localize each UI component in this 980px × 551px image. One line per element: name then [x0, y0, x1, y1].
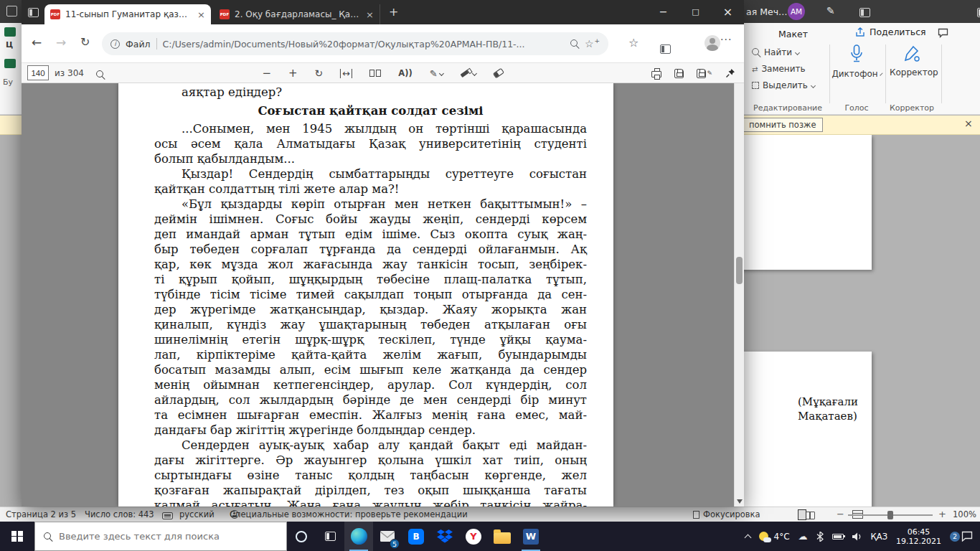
draw-icon[interactable]: ✎ — [430, 68, 443, 79]
replace-button[interactable]: ⇄Заменить — [752, 64, 806, 74]
page-view-icon[interactable] — [369, 70, 381, 77]
comments-icon[interactable] — [938, 28, 948, 38]
editor-button[interactable]: Корректор — [890, 44, 934, 77]
taskbar-vk[interactable]: В — [402, 522, 430, 551]
erase-icon[interactable] — [493, 68, 504, 79]
message-bar-close-icon[interactable]: × — [964, 118, 973, 129]
taskbar-word[interactable]: W — [517, 522, 545, 551]
pdf-paragraph: «Бұл қыздарды көріп отырған мен неткен б… — [154, 197, 587, 438]
address-bar[interactable]: Файл C:/Users/admin/Documents/Новый%20фо… — [102, 32, 608, 55]
taskbar-mail[interactable]: 5 — [373, 522, 402, 551]
avatar[interactable]: АМ — [788, 3, 805, 20]
ribbon-left-icon[interactable] — [4, 27, 16, 37]
status-accessibility[interactable]: Специальные возможности: проверьте реком… — [230, 509, 468, 519]
status-language[interactable]: русский — [179, 509, 215, 519]
address-url: C:/Users/admin/Documents/Новый%20формат/… — [163, 39, 565, 50]
zoom-slider-thumb[interactable] — [887, 511, 893, 519]
back-button[interactable]: ← — [32, 35, 42, 50]
tab-close-icon[interactable]: × — [197, 9, 205, 20]
speaker-icon[interactable] — [852, 532, 862, 541]
print-icon[interactable] — [651, 71, 661, 77]
minimize-button[interactable]: − — [647, 0, 679, 23]
remind-later-button[interactable]: помнить позже — [742, 118, 823, 132]
chevron-down-icon — [880, 72, 882, 75]
find-in-pdf-icon[interactable] — [96, 70, 105, 79]
tab-layout[interactable]: Макет — [778, 29, 808, 39]
mail-badge: 5 — [390, 539, 400, 549]
fit-width-icon[interactable]: ↔ — [340, 69, 352, 78]
highlight-icon[interactable] — [461, 72, 476, 75]
ribbon-left-icon2[interactable] — [4, 59, 16, 68]
hidden-icons-button[interactable] — [744, 534, 751, 541]
weather-icon — [759, 532, 768, 541]
maximize-button[interactable]: □ — [679, 0, 712, 23]
start-button[interactable] — [0, 522, 34, 551]
pdf-scrollbar[interactable] — [734, 83, 744, 507]
keyboard-icon[interactable] — [162, 512, 173, 519]
save-icon[interactable] — [674, 69, 684, 78]
zoom-in-icon[interactable]: + — [288, 67, 298, 80]
tab-inactive[interactable]: PDF 2. Оқу бағдарламасы_ Қазақ тіл × — [214, 4, 380, 24]
dictate-button[interactable]: Диктофон — [834, 44, 880, 79]
taskbar-dropbox[interactable] — [430, 522, 459, 551]
share-button[interactable]: Поделиться — [855, 27, 926, 37]
more-menu-icon[interactable]: ··· — [720, 34, 732, 45]
favorites-icon[interactable]: ☆ — [628, 36, 639, 50]
file-info-icon[interactable] — [110, 39, 120, 49]
rotate-icon[interactable]: ↻ — [315, 67, 324, 79]
pdf-file-icon: PDF — [50, 9, 60, 19]
group-label-editing: Редактирование — [748, 103, 828, 113]
task-view-button[interactable] — [316, 522, 344, 551]
print-layout-button[interactable] — [798, 509, 806, 520]
status-page-count[interactable]: Страница 2 из 5 — [6, 509, 76, 519]
focus-mode-button[interactable]: Фокусировка — [693, 509, 760, 519]
scrollbar-thumb[interactable] — [736, 257, 743, 284]
weather-widget[interactable]: 4°C — [759, 532, 790, 542]
editor-pen-icon — [904, 44, 920, 63]
onedrive-icon[interactable]: ☁ — [798, 531, 808, 542]
tab-active[interactable]: PDF 11-сынып Гуманитар қазақ тілі × — [44, 4, 211, 24]
select-button[interactable]: Выделить — [752, 80, 815, 90]
ribbon-left-fragment: Ц — [6, 40, 13, 50]
find-button[interactable]: Найти — [752, 47, 799, 57]
zoom-level[interactable]: 100% — [953, 509, 976, 519]
zoom-icon[interactable] — [570, 39, 579, 48]
new-tab-button[interactable]: + — [389, 5, 398, 19]
focus-icon — [693, 511, 699, 519]
forward-button[interactable]: → — [56, 35, 66, 50]
microphone-icon — [849, 44, 864, 64]
battery-icon[interactable] — [832, 534, 844, 540]
taskbar-edge[interactable] — [344, 522, 373, 551]
taskbar-explorer[interactable] — [488, 522, 517, 551]
save-as-icon[interactable]: ✎ — [697, 69, 712, 78]
window-layout-icon[interactable] — [977, 8, 980, 17]
task-view-icon — [325, 532, 336, 541]
read-aloud-icon[interactable]: A)) — [398, 68, 412, 78]
search-input[interactable] — [59, 531, 278, 542]
zoom-out-icon[interactable]: − — [262, 67, 271, 80]
pin-toolbar-icon[interactable] — [725, 68, 735, 78]
scrollbar-down-icon[interactable] — [737, 499, 743, 504]
zoom-out-button[interactable]: − — [837, 509, 844, 519]
tab-close-icon[interactable]: × — [366, 9, 374, 20]
profile-avatar[interactable] — [705, 35, 720, 51]
bluetooth-icon[interactable] — [816, 532, 824, 542]
status-word-count[interactable]: Число слов: 443 — [85, 509, 154, 519]
taskbar-search[interactable] — [34, 522, 287, 551]
action-center-button[interactable]: 2 — [950, 531, 973, 542]
add-favorite-icon[interactable]: ☆+ — [585, 38, 600, 50]
collections-icon[interactable] — [660, 44, 671, 54]
edit-mode-icon[interactable]: ✎ — [826, 5, 835, 17]
cortana-button[interactable] — [287, 522, 316, 551]
zoom-in-button[interactable]: + — [938, 509, 946, 519]
taskbar-yandex[interactable]: Y — [459, 522, 488, 551]
refresh-button[interactable]: ↻ — [80, 35, 90, 49]
page-number-input[interactable] — [27, 65, 49, 80]
clock[interactable]: 06:4519.12.2021 — [896, 527, 941, 546]
language-indicator[interactable]: ҚАЗ — [871, 532, 887, 542]
vertical-tabs-icon[interactable] — [28, 8, 39, 17]
close-button[interactable]: × — [712, 0, 744, 23]
edge-tabbar: PDF 11-сынып Гуманитар қазақ тілі × PDF … — [22, 0, 744, 24]
taskbar: 5 В Y W 4°C ☁ ҚАЗ 06:4519.12.2021 2 — [0, 522, 980, 551]
ribbon-options-icon[interactable] — [859, 8, 870, 17]
